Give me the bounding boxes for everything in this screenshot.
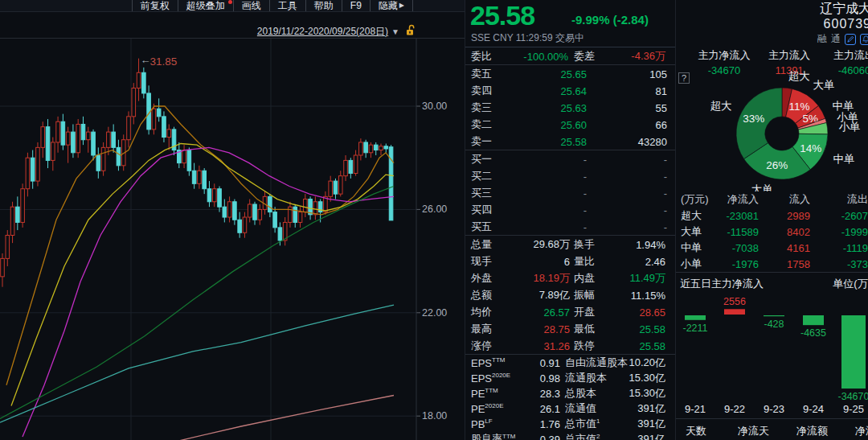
ask-row-5: 卖五25.65105: [465, 65, 675, 82]
svg-text:大单: 大单: [813, 79, 834, 91]
stat-row: 现手6量比2.46: [465, 253, 675, 269]
col-out: 流出: [847, 192, 868, 207]
fin-value-2: 391亿: [637, 401, 665, 416]
flow-in-value: 2989: [787, 210, 810, 222]
svg-text:30.00: 30.00: [422, 101, 447, 112]
fin-label: EPS2020E: [471, 372, 510, 384]
stat-label-2: 振幅: [574, 288, 595, 302]
weibi-row: 委比-100.00%委差-4.36万: [465, 47, 675, 64]
toolbar-item-3[interactable]: 工具: [269, 0, 305, 11]
svg-text:26.00: 26.00: [422, 204, 447, 215]
flow-table-row: 小单-19761758-373: [676, 256, 868, 272]
fin-label-2: 总市值2: [565, 432, 600, 440]
kline-panel: 前复权超级叠加画线工具帮助F9隐藏▶ 2019/11/22-2020/09/25…: [0, 0, 465, 440]
candlestick-chart[interactable]: 30.0026.0022.0018.00←31.85: [0, 38, 465, 440]
svg-text:9-25: 9-25: [843, 403, 864, 415]
chevron-down-icon[interactable]: ▼: [391, 27, 399, 36]
svg-text:-4635: -4635: [800, 327, 826, 339]
bid-volume: -: [664, 187, 667, 199]
toolbar-item-1[interactable]: 超级叠加: [178, 0, 233, 11]
flow-size-label: 大单: [681, 224, 702, 239]
flow-in-value: 1758: [787, 258, 810, 270]
toolbar-item-0[interactable]: 前复权: [132, 0, 178, 11]
fin-label-2: 流通值: [565, 401, 596, 416]
stat-label: 外盘: [471, 271, 492, 286]
svg-text:9-22: 9-22: [724, 403, 745, 415]
flow-size-label: 超大: [681, 208, 702, 223]
stat-label-2: 量比: [574, 254, 595, 269]
weicha-label: 委差: [574, 49, 595, 64]
bid-price: -: [583, 153, 587, 165]
fin-row: PBLF1.76总市值1391亿: [465, 416, 675, 431]
stat-value: 6: [564, 255, 570, 267]
fund-flow-table: (万元)净流入流入流出超大-230812989-2607大单-115898402…: [676, 191, 868, 272]
flow-size-label: 中单: [681, 241, 702, 255]
fin-label-2: 总市值1: [565, 417, 600, 431]
toolbar-item-2[interactable]: 画线: [233, 0, 269, 11]
bid-volume: -: [664, 153, 667, 165]
weicha-value: -4.36万: [631, 49, 665, 64]
svg-text:9-21: 9-21: [685, 403, 706, 415]
svg-text:2556: 2556: [723, 296, 746, 307]
fin-label-2: 总股本: [565, 386, 596, 401]
bid-volume: -: [664, 170, 667, 182]
fin-value-2: 15.30亿: [628, 371, 665, 385]
fin-value-2: 391亿: [637, 432, 665, 440]
stat-value: 26.57: [543, 306, 570, 318]
ask-price: 25.65: [560, 68, 587, 80]
stat-row: 最高28.75最低25.58: [465, 320, 675, 337]
flow-footer-tabs: 天数净流天净流额净流率: [676, 421, 868, 440]
date-range-bar: 2019/11/22-2020/09/25(208日) ▼: [0, 25, 465, 38]
svg-text:超大: 超大: [788, 70, 810, 82]
svg-text:31.85: 31.85: [150, 56, 178, 68]
fin-label-2: 流通股本: [565, 371, 607, 385]
weibi-label: 委比: [471, 49, 492, 64]
svg-text:14%: 14%: [800, 142, 821, 154]
alert-bell-icon[interactable]: [860, 34, 868, 45]
unlock-icon[interactable]: [406, 24, 416, 39]
chart-toolbar: 前复权超级叠加画线工具帮助F9隐藏▶: [0, 0, 465, 12]
flow-bar-9-25: [841, 315, 866, 389]
stat-label: 均价: [471, 305, 492, 319]
ma-pink: [158, 396, 394, 440]
footer-tab-0[interactable]: 天数: [686, 424, 706, 438]
ma-cyan: [0, 305, 394, 422]
footer-tab-2[interactable]: 净流额: [796, 424, 828, 438]
ask-label: 卖五: [471, 67, 492, 81]
stat-label-2: 内盘: [574, 271, 595, 286]
stock-name: 辽宁成大: [820, 1, 868, 16]
ask-volume: 105: [649, 68, 667, 80]
date-range-label[interactable]: 2019/11/22-2020/09/25(208日): [257, 25, 388, 39]
toolbar-item-4[interactable]: 帮助: [305, 0, 342, 11]
edit-icon[interactable]: [845, 34, 856, 45]
col-net: 净流入: [727, 192, 759, 207]
last-price: 25.58: [470, 0, 534, 31]
five-day-flow-bars: -22119-2125569-22-4289-23-46359-24-34670…: [676, 290, 868, 418]
stock-code: 600739: [820, 16, 868, 31]
toolbar-item-5[interactable]: F9: [342, 0, 370, 11]
toolbar-item-6[interactable]: 隐藏▶: [370, 0, 413, 11]
weibi-value: -100.00%: [523, 50, 568, 62]
bid-row-5: 买五--: [465, 218, 675, 235]
svg-text:-34670: -34670: [838, 391, 868, 402]
flow-out-value: -373: [847, 258, 868, 270]
svg-text:11%: 11%: [789, 101, 810, 113]
ask-volume: 66: [656, 118, 667, 130]
svg-text:26%: 26%: [766, 159, 788, 171]
fin-row: EPSTTM0.91自由流通股本10.20亿: [465, 355, 675, 370]
ask-row-4: 卖四25.6481: [465, 82, 675, 99]
stock-badges: 融 通: [817, 32, 868, 46]
quote-header: 25.58 -9.99% (-2.84) SSE CNY 11:29:59 交易…: [465, 0, 675, 47]
footer-tab-1[interactable]: 净流天: [738, 424, 769, 438]
bid-label: 买四: [471, 203, 492, 217]
ma-green: [0, 187, 394, 419]
stat-row: 外盘18.19万内盘11.49万: [465, 269, 675, 286]
footer-tab-3[interactable]: 净流率: [855, 424, 868, 440]
stat-label-2: 开盘: [574, 305, 595, 319]
fin-value: 26.1: [540, 402, 560, 414]
flow-table-row: 中单-70384161-1119: [676, 240, 868, 256]
flow-table-header: (万元)净流入流入流出: [676, 191, 868, 208]
securities-lending-badge: 通: [831, 32, 841, 46]
stat-value: 7.89亿: [539, 288, 570, 302]
stat-value-2: 25.58: [639, 339, 665, 352]
